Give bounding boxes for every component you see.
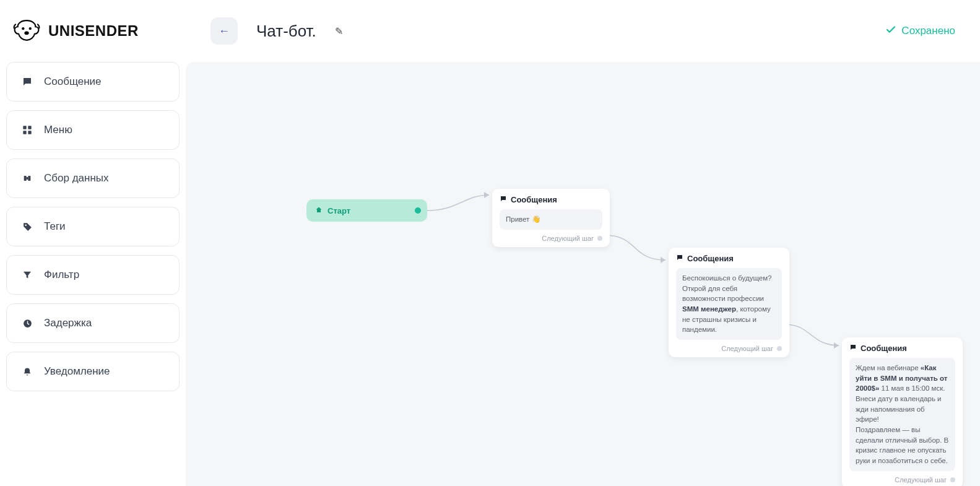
database-icon <box>20 173 34 183</box>
svg-rect-7 <box>24 176 27 181</box>
brand[interactable]: UNISENDER <box>12 16 139 46</box>
sidebar-item-label: Теги <box>44 220 66 233</box>
node-message-body: Привет 👋 <box>500 209 602 230</box>
next-step-label: Следующий шаг <box>895 476 947 484</box>
svg-rect-4 <box>28 126 31 129</box>
svg-marker-12 <box>484 192 489 198</box>
node-header: Сообщения <box>676 254 782 263</box>
svg-rect-6 <box>28 131 31 134</box>
sidebar-item-label: Меню <box>44 124 72 136</box>
svg-rect-3 <box>23 126 26 129</box>
message-node-2[interactable]: Сообщения Беспокоишься о будущем? Открой… <box>669 248 789 357</box>
back-button[interactable]: ← <box>210 17 238 45</box>
sidebar-item-delay[interactable]: Задержка <box>6 303 180 343</box>
tag-icon <box>20 222 34 232</box>
node-output-port[interactable] <box>597 236 602 241</box>
topbar: ← Чат-бот. ✎ Сохранено <box>186 0 980 62</box>
flow-canvas[interactable]: Старт Сообщения Привет 👋 Следующий шаг <box>186 62 980 486</box>
message-icon <box>676 254 683 263</box>
message-node-1[interactable]: Сообщения Привет 👋 Следующий шаг <box>492 189 610 247</box>
sidebar-item-label: Сообщение <box>44 76 102 88</box>
save-status-label: Сохранено <box>901 25 955 37</box>
pencil-icon: ✎ <box>335 26 343 37</box>
sidebar-item-menu[interactable]: Меню <box>6 110 180 150</box>
edit-title-button[interactable]: ✎ <box>335 25 343 37</box>
next-step-label: Следующий шаг <box>721 345 773 352</box>
svg-rect-5 <box>23 131 26 134</box>
start-node-label: Старт <box>327 206 350 215</box>
svg-point-2 <box>24 31 28 35</box>
logo-container: UNISENDER <box>0 0 186 62</box>
sidebar-item-data[interactable]: Сбор данных <box>6 158 180 198</box>
node-header: Сообщения <box>849 344 955 353</box>
svg-point-0 <box>22 27 24 29</box>
sidebar-item-label: Сбор данных <box>44 172 109 184</box>
sidebar-item-tags[interactable]: Теги <box>6 207 180 246</box>
save-status: Сохранено <box>885 24 955 38</box>
bell-icon <box>20 367 34 377</box>
svg-rect-9 <box>27 177 28 180</box>
menu-icon <box>20 125 34 135</box>
node-output-port[interactable] <box>777 346 782 351</box>
home-icon <box>315 206 323 215</box>
arrow-left-icon: ← <box>219 25 230 38</box>
sidebar-item-label: Задержка <box>44 317 92 329</box>
sidebar-item-notify[interactable]: Уведомление <box>6 352 180 391</box>
sidebar-item-message[interactable]: Сообщение <box>6 62 180 102</box>
svg-marker-13 <box>661 257 666 263</box>
message-node-3[interactable]: Сообщения Ждем на вебинаре «Как уйти в S… <box>842 337 963 486</box>
sidebar-item-label: Фильтр <box>44 269 79 281</box>
message-icon <box>500 195 507 204</box>
node-next-step[interactable]: Следующий шаг <box>849 476 955 484</box>
check-icon <box>885 24 896 38</box>
svg-rect-8 <box>28 176 30 181</box>
node-message-body: Беспокоишься о будущем? Открой для себя … <box>676 268 782 340</box>
brand-name: UNISENDER <box>48 22 139 40</box>
clock-icon <box>20 318 34 329</box>
node-title-label: Сообщения <box>861 344 907 353</box>
filter-icon <box>20 270 34 280</box>
node-title-label: Сообщения <box>511 195 557 204</box>
node-title-label: Сообщения <box>687 254 734 263</box>
sidebar: Сообщение Меню Сбор данных Теги Фильтр <box>0 62 186 486</box>
next-step-label: Следующий шаг <box>542 235 594 242</box>
node-output-port[interactable] <box>415 207 421 214</box>
sidebar-item-filter[interactable]: Фильтр <box>6 255 180 295</box>
svg-point-1 <box>29 27 32 29</box>
node-output-port[interactable] <box>950 477 955 482</box>
start-node[interactable]: Старт <box>306 199 427 222</box>
node-message-body: Ждем на вебинаре «Как уйти в SMM и получ… <box>849 358 955 471</box>
svg-point-10 <box>25 224 27 226</box>
node-header: Сообщения <box>500 195 602 204</box>
node-next-step[interactable]: Следующий шаг <box>676 345 782 352</box>
page-title: Чат-бот. <box>256 22 316 41</box>
sidebar-item-label: Уведомление <box>44 365 110 378</box>
dog-logo-icon <box>12 16 41 46</box>
node-next-step[interactable]: Следующий шаг <box>500 235 602 242</box>
message-icon <box>849 344 857 353</box>
message-icon <box>20 76 34 87</box>
svg-marker-14 <box>834 342 839 349</box>
